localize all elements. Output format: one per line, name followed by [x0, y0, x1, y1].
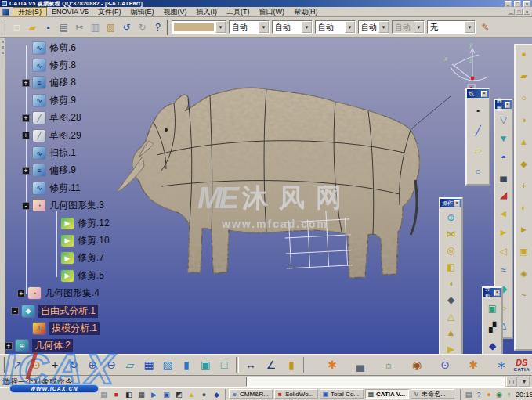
toolbar-title[interactable]: 曲面 ×: [495, 100, 512, 109]
minimize-button[interactable]: _: [505, 1, 512, 7]
edge-toolbar[interactable]: ● ▰ ○ ◑ ▲ ◆ + ◐ ► ▣: [514, 44, 532, 351]
boundary-icon[interactable]: ◎: [443, 242, 459, 258]
quicklaunch-icon[interactable]: ▶: [149, 389, 159, 399]
quicklaunch-icon[interactable]: ◩: [174, 389, 184, 399]
shield-icon[interactable]: ◉: [494, 390, 504, 399]
zebra-analysis-icon[interactable]: ▞: [485, 318, 501, 337]
tree-expander[interactable]: +: [22, 114, 30, 122]
measure-between-icon[interactable]: ↔: [242, 356, 259, 373]
toolbar-handle[interactable]: [166, 20, 168, 35]
tree-item[interactable]: - ◔ 几何图形集.3: [9, 197, 194, 214]
tree-item[interactable]: ▶ 修剪.10: [9, 232, 194, 249]
fillet-icon[interactable]: ◖: [443, 275, 459, 291]
edge-tool-icon[interactable]: ◑: [517, 113, 531, 127]
shading-icon[interactable]: ▮: [178, 356, 195, 373]
menu-item[interactable]: 插入(I): [192, 7, 223, 16]
user-icon[interactable]: ●: [484, 390, 494, 399]
graphic-properties-combo[interactable]: 无 ▼: [427, 20, 476, 34]
new-icon[interactable]: □: [9, 20, 24, 34]
tree-item[interactable]: + ◔ 几何图形集.4: [9, 284, 194, 301]
save-icon[interactable]: ▪: [41, 20, 56, 34]
tree-expander[interactable]: +: [22, 132, 30, 139]
revolve-icon[interactable]: ▼: [496, 129, 511, 148]
tree-item[interactable]: + ≡ 偏移.8: [9, 74, 194, 92]
close-button[interactable]: ×: [523, 1, 530, 7]
sphere-icon[interactable]: ◓: [496, 148, 511, 167]
point-icon[interactable]: ▪: [470, 100, 486, 121]
toolbar-handle[interactable]: [3, 357, 5, 373]
edge-tool-icon[interactable]: ◐: [517, 200, 531, 214]
quicklaunch-icon[interactable]: ◆: [212, 389, 222, 399]
chevron-down-icon[interactable]: ▼: [378, 21, 389, 33]
printer-icon[interactable]: ▤: [464, 390, 473, 399]
edge-tool-icon[interactable]: ●: [517, 47, 531, 61]
measure-inertia-icon[interactable]: ▮: [283, 356, 300, 373]
close-icon[interactable]: ×: [494, 290, 500, 296]
wireframe-display-icon[interactable]: ✱: [324, 356, 341, 373]
tree-item[interactable]: - ◆ 自由式分析.1: [9, 302, 194, 319]
quicklaunch-icon[interactable]: ▤: [99, 389, 109, 399]
shading-edges-icon[interactable]: ▣: [197, 356, 214, 373]
edge-tool-icon[interactable]: ~: [517, 288, 531, 302]
iso-view-icon[interactable]: ▧: [159, 356, 176, 373]
chevron-down-icon[interactable]: ▼: [259, 21, 269, 33]
close-icon[interactable]: ×: [454, 200, 460, 207]
offset-surface-icon[interactable]: ▄: [496, 167, 511, 186]
graphic-properties-combo[interactable]: 自动 ▼: [358, 20, 389, 34]
whats-this-icon[interactable]: ?: [150, 20, 165, 34]
tree-item[interactable]: ∿ 修剪.11: [9, 179, 194, 196]
ribbon-icon[interactable]: ≈: [496, 261, 511, 279]
menu-item[interactable]: 视图(V): [159, 7, 192, 16]
close-icon[interactable]: ×: [505, 102, 511, 108]
copy-icon[interactable]: ▥: [88, 20, 103, 34]
rotate-op-icon[interactable]: ▲: [443, 324, 459, 341]
graphic-properties-combo[interactable]: 自动 ▼: [315, 20, 356, 34]
quicklaunch-icon[interactable]: ■: [111, 389, 121, 399]
taskbar-window-button[interactable]: e CMM&R...: [229, 389, 273, 399]
circle-icon[interactable]: ○: [470, 161, 486, 182]
blend-icon[interactable]: ◁: [496, 242, 511, 261]
named-views-icon[interactable]: ⊙: [27, 356, 45, 373]
swap-space-icon[interactable]: ▄: [352, 356, 369, 373]
mdi-window-button[interactable]: ×: [523, 9, 530, 15]
tree-expander[interactable]: +: [22, 79, 30, 87]
edge-tool-icon[interactable]: ▰: [517, 69, 531, 83]
open-folder-icon[interactable]: ▰: [25, 20, 40, 34]
taskbar-window-button[interactable]: V 未命名...: [411, 389, 454, 399]
menu-item[interactable]: 文件(F): [93, 7, 126, 16]
edge-tool-icon[interactable]: ◆: [517, 157, 531, 171]
analysis-toolbar[interactable]: 分析 × ▣ ▞ ◆: [482, 286, 503, 354]
chevron-down-icon[interactable]: ▼: [302, 21, 312, 33]
extrude-icon[interactable]: ▽: [496, 110, 511, 129]
tree-item[interactable]: ▶ 修剪.7: [9, 250, 194, 267]
tree-expander[interactable]: +: [5, 342, 13, 350]
close-icon[interactable]: ×: [481, 91, 487, 97]
operations-toolbar[interactable]: 操作 × ⊕ ⋈ ◎ ◧ ◖ ◆: [439, 197, 463, 354]
chevron-down-icon[interactable]: ▼: [414, 21, 424, 33]
taskbar-window-button[interactable]: ▦ CATIA V...: [365, 389, 409, 399]
tree-item[interactable]: + ⊕ 几何体.2: [9, 337, 194, 354]
cut-icon[interactable]: ✂: [72, 20, 87, 34]
taskbar-window-button[interactable]: ▣ Total Co...: [320, 389, 364, 399]
edge-tool-icon[interactable]: +: [517, 178, 531, 193]
lines-toolbar[interactable]: 线 × ▪ ╱ ▱ ○: [465, 88, 490, 186]
split-icon[interactable]: ⋈: [443, 225, 459, 242]
zoom-out-icon[interactable]: ⊖: [103, 356, 120, 373]
highlight-analysis-icon[interactable]: ◆: [485, 337, 501, 354]
chevron-down-icon[interactable]: ▼: [345, 21, 355, 33]
join-icon[interactable]: ⊕: [443, 209, 459, 225]
tree-item[interactable]: ▶ 修剪.12: [9, 214, 194, 232]
menu-item[interactable]: 开始(S): [13, 7, 47, 16]
tree-item[interactable]: ⊥ 拔模分析.1: [9, 319, 194, 337]
toolbar-title[interactable]: 分析 ×: [483, 288, 501, 297]
paint-bucket-icon[interactable]: ◉: [408, 356, 425, 373]
edge-tool-icon[interactable]: ◈: [517, 266, 531, 280]
command-list-icon[interactable]: ◻: [506, 377, 517, 387]
tree-expander[interactable]: -: [11, 307, 19, 315]
loft-icon[interactable]: ►: [496, 223, 511, 242]
tree-item[interactable]: ∿ 修剪.8: [9, 56, 194, 74]
tree-item[interactable]: ∿ 扫掠.1: [9, 144, 194, 161]
taskbar-clock[interactable]: 20:18: [516, 391, 532, 398]
command-input[interactable]: [246, 377, 505, 387]
taskbar-window-button[interactable]: ■ SolidWo...: [274, 389, 318, 399]
